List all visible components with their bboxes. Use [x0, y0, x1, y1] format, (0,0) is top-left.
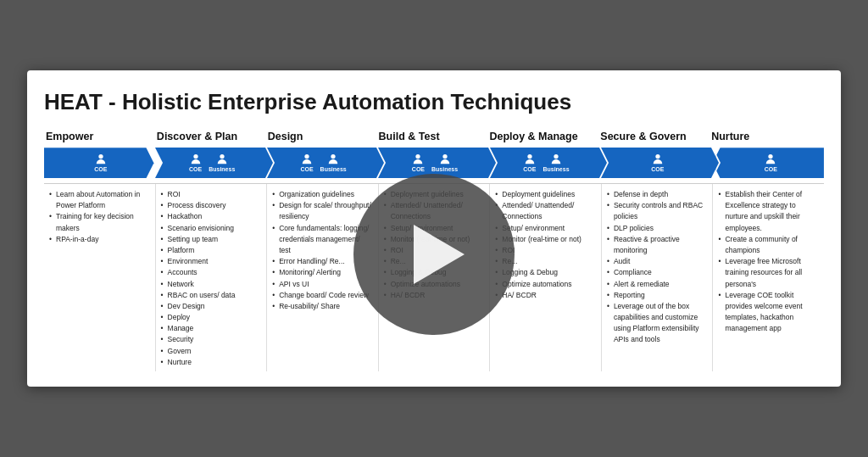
list-item: RPA-in-a-day	[49, 234, 150, 245]
body-col-nurture: Establish their Center of Excellence str…	[713, 184, 824, 371]
roles-design: COE Business	[300, 153, 346, 172]
svg-point-6	[442, 154, 447, 159]
svg-point-3	[304, 154, 309, 159]
svg-point-0	[98, 154, 103, 159]
person-icon	[327, 153, 339, 165]
role-coe-build: COE	[412, 153, 425, 172]
list-item: Hackathon	[161, 211, 262, 222]
chevron-nurture: COE	[713, 148, 824, 178]
roles-deploy: COE Business	[523, 153, 569, 172]
role-coe-empower: COE	[94, 153, 107, 172]
person-icon	[412, 153, 424, 165]
body-col-secure: Defense in depth Security controls and R…	[602, 184, 714, 371]
list-item: Optimize automations	[495, 279, 596, 290]
list-item: Change board/ Code review	[272, 290, 373, 301]
list-item: Deploy	[161, 312, 262, 323]
chevron-secure: COE	[601, 148, 710, 178]
person-icon	[190, 153, 202, 165]
list-item: DLP policies	[607, 223, 708, 234]
list-item: Leverage out of the box capabilities and…	[607, 301, 708, 346]
svg-point-1	[193, 154, 198, 159]
body-col-empower: Learn about Automation in Power Platform…	[44, 184, 156, 371]
list-item: ROI	[161, 189, 262, 200]
role-coe-secure: COE	[651, 153, 664, 172]
list-item: Accounts	[161, 267, 262, 278]
svg-point-8	[554, 154, 558, 159]
list-item: Re-usability/ Share	[272, 301, 373, 312]
list-item: Process discovery	[161, 200, 262, 211]
list-item: Leverage free Microsoft training resourc…	[718, 256, 819, 290]
list-item: Security	[161, 334, 262, 345]
list-item: Design for scale/ throughput/ resiliency	[272, 200, 373, 222]
phase-headers-row: Empower Discover & Plan Design Build & T…	[44, 131, 824, 146]
list-item: Establish their Center of Excellence str…	[718, 189, 819, 234]
slide-title: HEAT - Holistic Enterprise Automation Te…	[44, 89, 824, 115]
list-item: Training for key decision makers	[49, 211, 150, 233]
chevron-empower: COE	[44, 148, 153, 178]
chevron-design: COE Business	[267, 148, 376, 178]
list-item: Defense in depth	[607, 189, 708, 200]
list-item: Compliance	[607, 267, 708, 278]
list-item: Govern	[161, 346, 262, 357]
list-item: Environment	[161, 256, 262, 267]
svg-point-5	[416, 154, 420, 159]
list-item: Security controls and RBAC policies	[607, 200, 708, 222]
list-item: Audit	[607, 256, 708, 267]
svg-point-7	[527, 154, 531, 159]
bullet-list-discover: ROI Process discovery Hackathon Scenario…	[161, 189, 262, 368]
svg-point-4	[331, 154, 336, 159]
list-item: Manage	[161, 323, 262, 334]
role-coe-discover: COE	[189, 153, 202, 172]
role-coe-design: COE	[300, 153, 313, 172]
list-item: Deployment guidelines	[495, 189, 596, 200]
body-col-discover: ROI Process discovery Hackathon Scenario…	[156, 184, 268, 371]
person-icon	[95, 153, 107, 165]
phase-header-nurture: Nurture	[711, 131, 822, 146]
list-item: Leverage COE toolkit provides welcome ev…	[718, 290, 819, 335]
person-icon	[439, 153, 451, 165]
svg-point-9	[655, 154, 659, 159]
role-business-deploy: Business	[542, 153, 569, 172]
svg-point-2	[220, 154, 224, 159]
video-play-overlay[interactable]	[353, 174, 515, 335]
list-item: Dev Design	[161, 301, 262, 312]
list-item: Network	[161, 279, 262, 290]
role-business-design: Business	[320, 153, 347, 172]
phase-header-build: Build & Test	[379, 131, 490, 146]
bullet-list-empower: Learn about Automation in Power Platform…	[49, 189, 150, 245]
list-item: Platform	[161, 245, 262, 256]
role-coe-nurture: COE	[765, 153, 777, 172]
list-item: RBAC on users/ data	[161, 290, 262, 301]
roles-discover: COE Business	[189, 153, 235, 172]
person-icon	[216, 153, 228, 165]
bullet-list-nurture: Establish their Center of Excellence str…	[718, 189, 819, 334]
play-icon	[414, 225, 465, 284]
bullet-list-secure: Defense in depth Security controls and R…	[607, 189, 708, 345]
person-icon	[765, 153, 776, 165]
phase-header-empower: Empower	[46, 131, 157, 146]
list-item: Learn about Automation in Power Platform	[49, 189, 150, 211]
list-item: Attended/ Unattended/ Connections	[495, 200, 596, 222]
svg-point-10	[769, 154, 773, 159]
role-coe-deploy: COE	[523, 153, 536, 172]
person-icon	[524, 153, 536, 165]
role-business-build: Business	[431, 153, 458, 172]
list-item: HA/ BCDR	[495, 290, 596, 301]
list-item: Setting up team	[161, 234, 262, 245]
slide-container: HEAT - Holistic Enterprise Automation Te…	[27, 70, 841, 387]
list-item: Reporting	[607, 290, 708, 301]
chevron-deploy: COE Business	[490, 148, 599, 178]
phase-header-deploy: Deploy & Manage	[489, 131, 600, 146]
list-item: Alert & remediate	[607, 279, 708, 290]
person-icon	[652, 153, 664, 165]
list-item: Create a community of champions	[718, 234, 819, 256]
list-item: Reactive & proactive monitoring	[607, 234, 708, 256]
list-item: Scenario envisioning	[161, 223, 262, 234]
phase-header-discover: Discover & Plan	[157, 131, 268, 146]
role-business-discover: Business	[209, 153, 235, 172]
phase-header-secure: Secure & Govern	[600, 131, 711, 146]
roles-build: COE Business	[412, 153, 458, 172]
chevron-discover: COE Business	[155, 148, 264, 178]
list-item: Nurture	[161, 357, 262, 368]
phase-header-design: Design	[268, 131, 379, 146]
